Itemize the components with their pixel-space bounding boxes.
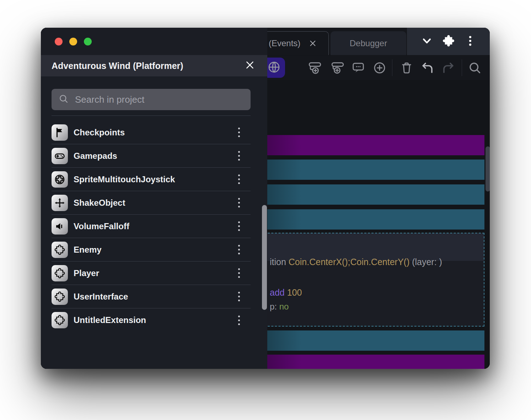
search-icon <box>58 93 69 106</box>
divider <box>52 115 251 116</box>
panel-header: Adventurous Wind (Platformer) <box>41 55 267 76</box>
app-window: (Events) Debugger <box>41 28 490 369</box>
kebab-menu-icon[interactable] <box>233 149 245 163</box>
add-subevent-icon[interactable] <box>330 60 345 76</box>
trash-icon[interactable] <box>399 60 414 76</box>
event-action-line: p: no <box>270 302 289 312</box>
list-item-enemy[interactable]: Enemy <box>52 238 251 262</box>
kebab-menu-icon[interactable] <box>233 266 245 280</box>
event-row[interactable] <box>261 330 484 351</box>
puzzle-icon <box>52 289 68 305</box>
list-item-label: Enemy <box>74 245 227 255</box>
event-action-line: add 100 <box>270 287 302 298</box>
list-item-label: Player <box>74 268 227 278</box>
panel-scrollbar[interactable] <box>262 205 267 310</box>
tab-events-label: (Events) <box>269 38 300 48</box>
screenshot-stage: (Events) Debugger <box>0 0 531 420</box>
events-scrollbar[interactable] <box>486 146 490 192</box>
project-manager-panel: Adventurous Wind (Platformer) <box>41 28 267 369</box>
close-window-button[interactable] <box>55 38 63 45</box>
kebab-menu-icon[interactable] <box>233 290 245 304</box>
joystick-icon <box>52 171 68 188</box>
search-input[interactable] <box>75 94 244 105</box>
list-item-checkpoints[interactable]: Checkpoints <box>52 121 251 144</box>
kebab-menu-icon[interactable] <box>233 219 245 233</box>
kebab-menu-icon[interactable] <box>233 172 245 187</box>
panel-body: Checkpoints Gamepads S <box>41 76 267 369</box>
puzzle-icon <box>52 265 68 281</box>
code-text: (layer: ) <box>409 257 442 267</box>
event-row[interactable] <box>261 160 484 180</box>
add-event-icon[interactable] <box>307 60 323 76</box>
project-searchbox[interactable] <box>52 89 251 110</box>
list-item-label: Checkpoints <box>74 128 227 138</box>
kebab-menu-icon[interactable] <box>233 243 245 257</box>
event-action-line: ition Coin.CenterX();Coin.CenterY() (lay… <box>270 257 442 267</box>
list-item-label: ShakeObject <box>74 198 227 208</box>
list-item-userinterface[interactable]: UserInterface <box>52 285 251 308</box>
flag-icon <box>52 124 68 141</box>
close-icon[interactable] <box>245 60 255 72</box>
code-text: p: <box>270 302 279 311</box>
kebab-menu-icon[interactable] <box>233 313 245 327</box>
window-titlebar <box>41 28 267 55</box>
speaker-icon <box>52 218 68 235</box>
list-item-label: UntitledExtension <box>74 315 227 325</box>
redo-icon[interactable] <box>440 60 456 76</box>
add-circle-icon[interactable] <box>372 60 387 76</box>
tabbar-controls <box>407 28 490 55</box>
kebab-menu-icon[interactable] <box>233 125 245 140</box>
undo-icon[interactable] <box>420 60 435 76</box>
code-keyword: add <box>270 287 285 297</box>
event-row[interactable] <box>261 184 484 205</box>
list-item-untitledextension[interactable]: UntitledExtension <box>52 308 251 332</box>
panel-title: Adventurous Wind (Platformer) <box>52 61 183 71</box>
close-tab-icon[interactable] <box>308 39 317 48</box>
code-expression: Coin.CenterX();Coin.CenterY() <box>289 257 409 267</box>
puzzle-icon <box>52 312 68 328</box>
selected-event-block[interactable]: ition Coin.CenterX();Coin.CenterY() (lay… <box>257 233 484 327</box>
code-value: no <box>279 302 289 311</box>
list-item-label: UserInterface <box>74 292 227 302</box>
toolbar-separator <box>392 59 392 76</box>
list-item-label: VolumeFalloff <box>74 221 227 231</box>
code-number: 100 <box>285 287 302 297</box>
kebab-menu-icon[interactable] <box>233 196 245 210</box>
event-row[interactable] <box>261 209 484 230</box>
list-item-label: Gamepads <box>74 151 227 161</box>
list-item-shakeobject[interactable]: ShakeObject <box>52 191 251 215</box>
toolbar-separator <box>462 59 462 76</box>
list-item-player[interactable]: Player <box>52 262 251 285</box>
kebab-menu-icon[interactable] <box>464 34 476 49</box>
extensions-puzzle-icon[interactable] <box>442 34 455 49</box>
puzzle-icon <box>52 242 68 258</box>
search-icon[interactable] <box>467 60 483 76</box>
list-item-volumefalloff[interactable]: VolumeFalloff <box>52 215 251 238</box>
tab-debugger-label: Debugger <box>350 38 387 48</box>
zoom-window-button[interactable] <box>84 38 92 45</box>
list-item-spritemultitouchjoystick[interactable]: SpriteMultitouchJoystick <box>52 168 251 191</box>
list-item-label: SpriteMultitouchJoystick <box>74 174 227 184</box>
code-text: ition <box>270 257 289 267</box>
gamepad-icon <box>52 148 68 164</box>
minimize-window-button[interactable] <box>69 38 77 45</box>
tab-debugger[interactable]: Debugger <box>331 31 406 55</box>
chevron-down-icon[interactable] <box>420 34 433 49</box>
add-comment-icon[interactable] <box>350 60 366 76</box>
extensions-list: Checkpoints Gamepads S <box>52 121 251 332</box>
globe-icon <box>267 60 281 75</box>
event-row[interactable] <box>261 355 484 369</box>
move-arrows-icon <box>52 195 68 211</box>
event-row[interactable] <box>261 135 484 155</box>
list-item-gamepads[interactable]: Gamepads <box>52 144 251 168</box>
